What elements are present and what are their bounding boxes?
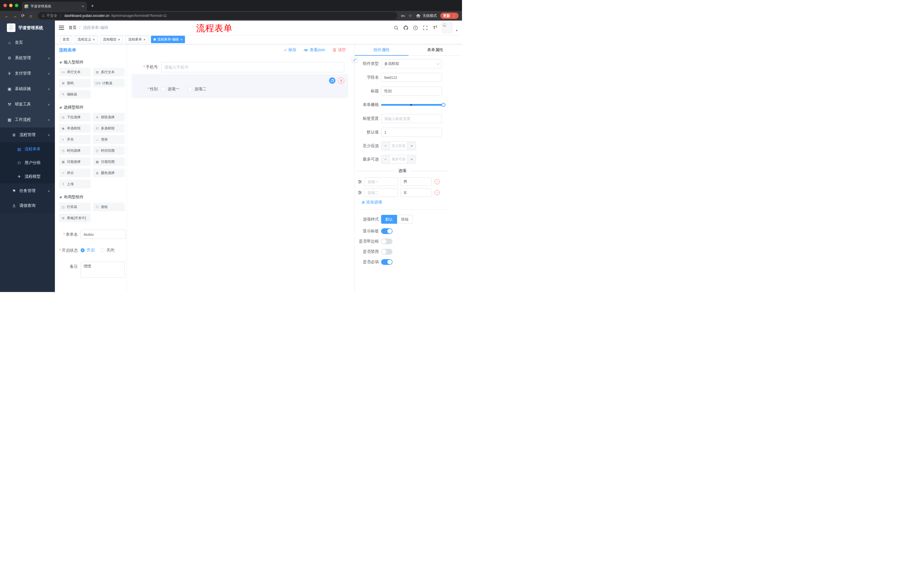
palette-component[interactable]: ▦ 日期选择 <box>59 158 91 166</box>
forward-icon[interactable]: → <box>12 13 18 18</box>
browser-home-icon[interactable]: ⌂ <box>28 13 34 18</box>
window-close-button[interactable] <box>3 4 7 7</box>
security-label[interactable]: 不安全 <box>46 13 58 18</box>
palette-component[interactable]: 123 计数器 <box>93 79 125 87</box>
hamburger-icon[interactable] <box>59 25 64 30</box>
reload-icon[interactable]: ⟳ <box>20 13 26 18</box>
sidebar-menu-item[interactable]: ✈ 流程模型 <box>0 170 55 183</box>
palette-component[interactable]: ⊠ 密码 <box>59 79 91 87</box>
tab-form-props[interactable]: 表单属性 <box>409 44 462 56</box>
tag-close-icon[interactable] <box>92 38 95 41</box>
help-icon[interactable]: ? <box>412 25 419 30</box>
option-label-input[interactable] <box>364 178 398 186</box>
tag[interactable]: 首页 <box>60 36 72 43</box>
sidebar-menu-item[interactable]: ♙ 请假查询 <box>0 198 55 213</box>
key-icon[interactable] <box>401 14 405 18</box>
link-icon[interactable] <box>352 57 357 63</box>
tag[interactable]: 流程表单-编辑 <box>151 36 185 43</box>
remove-option-button[interactable] <box>434 190 440 195</box>
drag-handle-icon[interactable] <box>358 191 362 194</box>
clear-button[interactable]: 清空 <box>332 48 346 53</box>
status-on-radio[interactable]: 开启 <box>81 248 95 253</box>
slider-handle[interactable] <box>441 103 446 107</box>
tag[interactable]: 流程定义 <box>75 36 97 43</box>
view-json-button[interactable]: 查看json <box>304 48 325 53</box>
slider-track[interactable] <box>381 104 444 106</box>
add-option-button[interactable]: 添加选项 <box>361 200 448 205</box>
phone-field-row[interactable]: 手机号 <box>132 62 348 72</box>
fullscreen-icon[interactable] <box>422 25 429 30</box>
avatar-caret-icon[interactable] <box>456 29 457 32</box>
sidebar-menu-item[interactable]: ⚑ 任务管理 <box>0 183 55 198</box>
label-width-input[interactable] <box>381 114 442 123</box>
default-value-input[interactable] <box>381 128 442 137</box>
form-grid-slider[interactable] <box>381 100 444 109</box>
option-value-input[interactable] <box>400 188 432 197</box>
sidebar-menu-item[interactable]: ⌂ 首页 <box>0 35 55 50</box>
palette-component[interactable]: ◴ 时间范围 <box>93 146 125 155</box>
palette-component[interactable]: ◫ 行容器 <box>59 202 91 211</box>
palette-component[interactable]: ⇧ 上传 <box>59 180 91 188</box>
breadcrumb-home[interactable]: 首页 <box>69 25 77 30</box>
field-name-input[interactable] <box>381 73 442 82</box>
palette-component[interactable]: ◎ 下拉选择 <box>59 113 91 122</box>
tag[interactable]: 流程表单 <box>125 36 148 43</box>
save-button[interactable]: 保存 <box>284 48 297 53</box>
option-style-default-button[interactable]: 默认 <box>381 215 397 224</box>
title-input[interactable] <box>381 87 442 96</box>
browser-menu-icon[interactable] <box>452 14 456 18</box>
palette-component[interactable]: ◷ 时间选择 <box>59 146 91 155</box>
window-zoom-button[interactable] <box>15 4 18 7</box>
remove-option-button[interactable] <box>434 179 440 184</box>
stepper-placeholder[interactable]: 最多可选 <box>390 155 408 163</box>
browser-tab[interactable]: 芋道管理系统 <box>22 2 87 11</box>
app-logo[interactable]: 芋道管理系统 <box>0 21 55 35</box>
status-off-radio[interactable]: 关闭 <box>101 248 114 253</box>
sidebar-menu-item[interactable]: ≣ 流程管理 <box>0 127 55 142</box>
tab-close-icon[interactable] <box>82 4 84 8</box>
sidebar-menu-item[interactable]: ▣ 基础设施 <box>0 81 55 97</box>
delete-field-button[interactable] <box>338 77 344 84</box>
checkbox-icon[interactable] <box>161 87 165 91</box>
sidebar-menu-item[interactable]: ▤ 流程表单 <box>0 142 55 156</box>
url-bar[interactable]: 不安全 dashboard.yudao.iocoder.cn /bpm/mana… <box>38 12 398 20</box>
palette-component[interactable]: ☑ 多选框组 <box>93 124 125 133</box>
toggle-switch[interactable] <box>381 249 393 255</box>
palette-component[interactable]: ↔ 滑块 <box>93 135 125 144</box>
search-icon[interactable] <box>393 25 399 30</box>
selected-field-block[interactable]: 性别 选项一 <box>132 74 348 98</box>
option-style-button-button[interactable]: 按钮 <box>397 215 413 224</box>
palette-component[interactable]: ▭ 单行文本 <box>59 68 91 76</box>
palette-component[interactable]: ☐ 按钮 <box>93 202 125 211</box>
tag-close-icon[interactable] <box>180 38 183 41</box>
component-type-select[interactable]: 多选框组 <box>381 59 442 68</box>
phone-input[interactable] <box>161 62 344 72</box>
tag-close-icon[interactable] <box>118 38 120 41</box>
palette-component[interactable]: ▩ 日期范围 <box>93 158 125 166</box>
avatar[interactable] <box>442 22 452 33</box>
form-remark-textarea[interactable]: 嘿嘿 <box>81 262 125 278</box>
increase-button[interactable] <box>408 155 416 163</box>
tag-close-icon[interactable] <box>143 38 145 41</box>
form-name-input[interactable] <box>81 230 126 239</box>
sidebar-menu-item[interactable]: ¥ 支付管理 <box>0 66 55 81</box>
option-label-input[interactable] <box>364 188 398 197</box>
decrease-button[interactable] <box>381 142 390 150</box>
option-value-input[interactable] <box>400 178 432 186</box>
new-tab-button[interactable] <box>91 3 94 9</box>
drag-handle-icon[interactable] <box>358 180 362 184</box>
increase-button[interactable] <box>408 142 416 150</box>
sidebar-menu-item[interactable]: ▦ 工作流程 <box>0 112 55 127</box>
palette-component[interactable]: ⊞ 表格[开发中] <box>59 214 91 222</box>
font-size-icon[interactable]: TT <box>432 25 438 30</box>
palette-component[interactable]: ◐ 开关 <box>59 135 91 144</box>
toggle-switch[interactable] <box>381 259 393 265</box>
window-minimize-button[interactable] <box>9 4 13 7</box>
checkbox-icon[interactable] <box>188 87 192 91</box>
palette-component[interactable]: ▤ 多行文本 <box>93 68 125 76</box>
palette-component[interactable]: ◉ 单选框组 <box>59 124 91 133</box>
palette-component[interactable]: ✎ 编辑器 <box>59 90 91 99</box>
palette-component[interactable]: ◍ 颜色选择 <box>93 169 125 177</box>
palette-component[interactable]: ☆ 评分 <box>59 169 91 177</box>
palette-component[interactable]: ⋔ 级联选择 <box>93 113 125 122</box>
